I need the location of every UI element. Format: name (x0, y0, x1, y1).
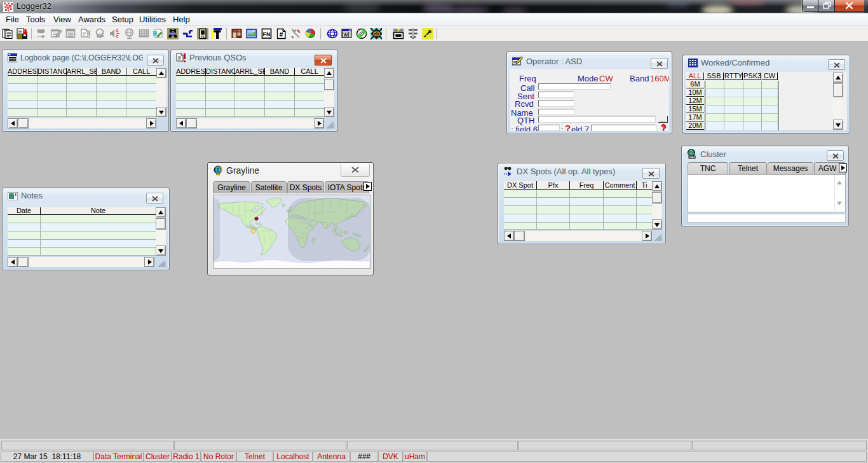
svg-text:FN: FN (263, 31, 271, 38)
svg-text:W: W (343, 32, 348, 38)
svg-text:GO: GO (373, 32, 380, 36)
svg-text:#: # (280, 31, 283, 38)
